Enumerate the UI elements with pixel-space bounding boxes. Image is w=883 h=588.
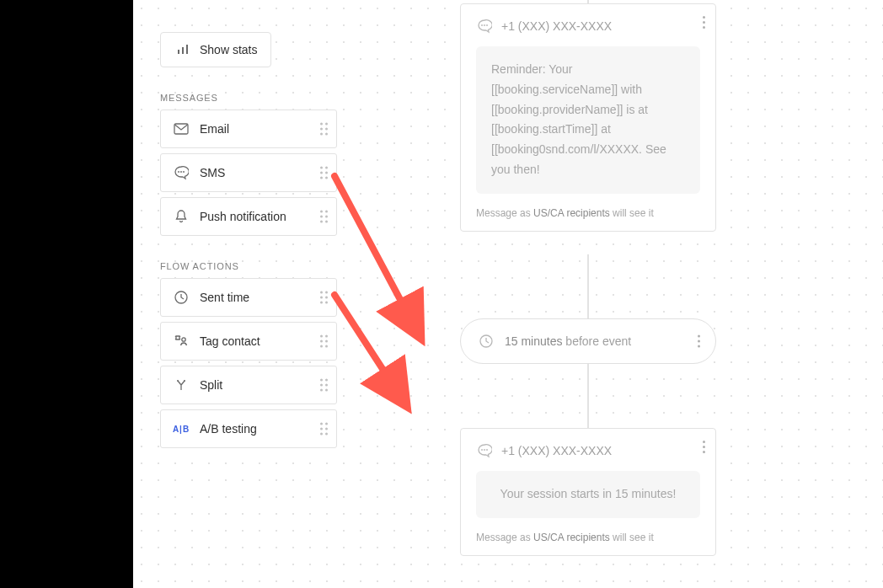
drag-handle-icon[interactable] — [320, 291, 328, 304]
block-ab-testing-label: A/B testing — [200, 422, 257, 436]
envelope-icon — [173, 120, 190, 137]
section-title-messages: MESSAGES — [160, 93, 337, 103]
block-split-label: Split — [200, 378, 222, 392]
sms-footer-suffix: will see it — [610, 207, 654, 219]
svg-rect-0 — [178, 50, 179, 54]
svg-point-7 — [184, 380, 185, 382]
block-sent-time-label: Sent time — [200, 291, 249, 304]
block-tag-contact-label: Tag contact — [200, 334, 260, 348]
sms-node-header: +1 (XXX) XXX-XXXX — [476, 442, 700, 459]
svg-rect-2 — [186, 45, 188, 54]
tool-palette: Show stats MESSAGES Email SMS — [160, 32, 337, 453]
delay-text: 15 minutes before event — [505, 334, 631, 348]
block-sent-time[interactable]: Sent time — [160, 278, 337, 317]
bar-chart-icon — [174, 41, 191, 58]
sms-node-phone: +1 (XXX) XXX-XXXX — [501, 444, 612, 457]
node-menu-button[interactable] — [698, 335, 700, 348]
flow-area: +1 (XXX) XXX-XXXX Reminder: Your [[booki… — [403, 0, 883, 588]
left-sidebar-placeholder — [0, 0, 133, 588]
block-sms[interactable]: SMS — [160, 153, 337, 192]
block-split[interactable]: Split — [160, 366, 337, 404]
block-email-label: Email — [200, 122, 229, 136]
flow-canvas[interactable]: Show stats MESSAGES Email SMS — [133, 0, 883, 588]
svg-rect-1 — [182, 47, 184, 54]
block-ab-testing[interactable]: A|B A/B testing — [160, 409, 337, 448]
drag-handle-icon[interactable] — [320, 167, 328, 179]
sms-node-1[interactable]: +1 (XXX) XXX-XXXX Reminder: Your [[booki… — [460, 3, 716, 232]
sms-footer: Message as US/CA recipients will see it — [476, 532, 700, 543]
drag-handle-icon[interactable] — [320, 335, 328, 348]
connector-line — [587, 254, 589, 320]
sms-footer-suffix: will see it — [610, 532, 654, 543]
block-push-label: Push notification — [200, 210, 286, 223]
block-push[interactable]: Push notification — [160, 197, 337, 236]
delay-node[interactable]: 15 minutes before event — [460, 318, 716, 364]
connector-line — [587, 364, 589, 430]
ab-testing-icon: A|B — [173, 420, 190, 437]
chat-bubble-icon — [173, 164, 190, 181]
delay-relation: before event — [562, 334, 631, 348]
chat-bubble-icon — [476, 18, 493, 35]
delay-duration: 15 minutes — [505, 334, 562, 348]
section-title-flow-actions: FLOW ACTIONS — [160, 261, 337, 271]
clock-icon — [173, 289, 190, 306]
drag-handle-icon[interactable] — [320, 211, 328, 223]
sms-body: Reminder: Your [[booking.serviceName]] w… — [476, 46, 700, 194]
sms-footer-prefix: Message as — [476, 207, 533, 219]
block-email[interactable]: Email — [160, 110, 337, 148]
sms-footer-prefix: Message as — [476, 532, 533, 543]
svg-point-6 — [177, 380, 179, 382]
sms-node-phone: +1 (XXX) XXX-XXXX — [501, 19, 612, 33]
block-tag-contact[interactable]: Tag contact — [160, 322, 337, 361]
svg-line-10 — [334, 295, 404, 403]
svg-point-5 — [182, 338, 185, 341]
tag-contact-icon — [173, 333, 190, 350]
sms-node-header: +1 (XXX) XXX-XXXX — [476, 18, 700, 35]
chat-bubble-icon — [476, 442, 493, 459]
drag-handle-icon[interactable] — [320, 379, 328, 392]
node-menu-button[interactable] — [703, 441, 705, 453]
sms-footer: Message as US/CA recipients will see it — [476, 207, 700, 219]
node-menu-button[interactable] — [703, 16, 705, 29]
show-stats-button[interactable]: Show stats — [160, 32, 271, 67]
drag-handle-icon[interactable] — [320, 123, 328, 136]
sms-node-2[interactable]: +1 (XXX) XXX-XXXX Your session starts in… — [460, 428, 716, 556]
clock-icon — [478, 333, 495, 350]
bell-icon — [173, 208, 190, 225]
sms-footer-recipients: US/CA recipients — [533, 532, 610, 543]
block-sms-label: SMS — [200, 166, 225, 179]
drag-handle-icon[interactable] — [320, 423, 328, 436]
sms-footer-recipients: US/CA recipients — [533, 207, 610, 219]
sms-body: Your session starts in 15 minutes! — [476, 471, 700, 518]
show-stats-label: Show stats — [200, 43, 257, 56]
split-icon — [173, 377, 190, 393]
